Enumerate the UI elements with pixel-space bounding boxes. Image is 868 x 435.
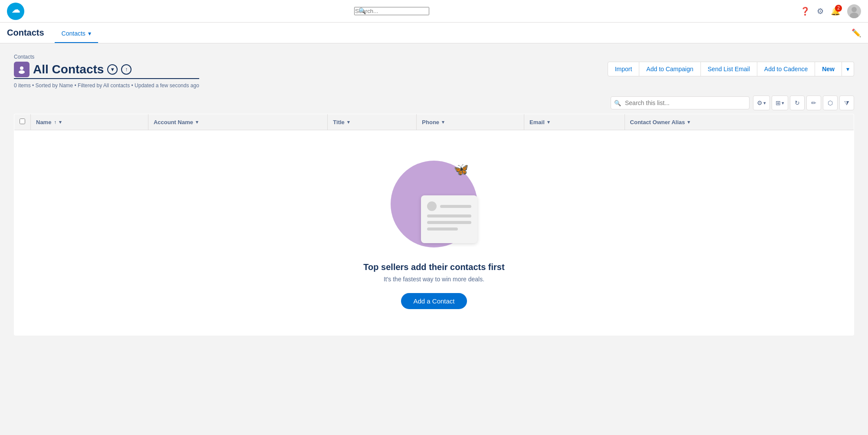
list-header: All Contacts ▾ ↑ 0 items • Sorted by Nam…	[14, 62, 854, 89]
empty-state-row: 🦋 Top sellers add their contacts first I…	[14, 130, 854, 336]
col-owner[interactable]: Contact Owner Alias ▾	[625, 114, 854, 130]
svg-point-5	[20, 66, 23, 70]
display-caret-icon: ▾	[782, 100, 784, 106]
edit-tab-icon[interactable]: ✏️	[852, 23, 861, 43]
chart-icon: ⬡	[828, 99, 833, 106]
pencil-icon: ✏	[811, 99, 816, 106]
empty-state: 🦋 Top sellers add their contacts first I…	[14, 130, 854, 335]
edit-columns-button[interactable]: ✏	[806, 96, 821, 110]
col-title-label: Title	[333, 119, 345, 125]
user-avatar[interactable]	[847, 4, 861, 18]
all-contacts-label: All Contacts	[33, 63, 104, 76]
page-title: Contacts	[7, 23, 51, 43]
empty-state-subtitle: It's the fastest way to win more deals.	[384, 276, 484, 283]
bulk-actions-button[interactable]: ⬡	[823, 96, 838, 110]
tab-nav: Contacts Contacts ▾ ✏️	[0, 23, 868, 43]
settings-caret-icon: ▾	[763, 100, 766, 106]
list-title-underline	[14, 78, 199, 79]
list-search-icon: 🔍	[614, 100, 621, 106]
sort-icon: ↑	[54, 119, 56, 125]
salesforce-logo[interactable]: ☁	[7, 3, 24, 20]
col-phone-caret-icon[interactable]: ▾	[442, 119, 444, 125]
search-icon: 🔍	[358, 7, 366, 14]
tab-caret-icon: ▾	[88, 30, 91, 37]
col-title[interactable]: Title ▾	[328, 114, 417, 130]
import-button[interactable]: Import	[608, 62, 640, 76]
gear-icon: ⚙	[817, 7, 824, 16]
table-header: Name ↑ ▾ Account Name ▾ Title ▾	[14, 114, 854, 130]
list-icon	[14, 62, 30, 77]
list-search-input[interactable]	[611, 96, 750, 109]
svg-point-3	[852, 7, 857, 12]
list-title-area: All Contacts ▾ ↑ 0 items • Sorted by Nam…	[14, 62, 199, 89]
tab-contacts-label: Contacts	[62, 30, 85, 37]
list-view-info-icon[interactable]: ↑	[121, 64, 132, 75]
card-line-2	[427, 214, 471, 218]
col-owner-label: Contact Owner Alias	[630, 119, 685, 125]
list-view-filter-icon[interactable]: ▾	[107, 64, 118, 75]
select-all-checkbox[interactable]	[20, 119, 25, 124]
notifications-button[interactable]: 🔔 2	[831, 7, 840, 16]
col-email-caret-icon[interactable]: ▾	[547, 119, 550, 125]
add-contact-button[interactable]: Add a Contact	[401, 293, 467, 309]
global-search[interactable]: 🔍	[354, 7, 514, 15]
list-meta: 0 items • Sorted by Name • Filtered by A…	[14, 82, 199, 89]
actions-dropdown-button[interactable]: ▾	[842, 62, 854, 76]
col-phone-label: Phone	[422, 119, 439, 125]
toolbar-row: 🔍 ⚙ ▾ ⊞ ▾ ↻ ✏ ⬡ ⧩	[14, 96, 854, 110]
display-options-button[interactable]: ⊞ ▾	[772, 96, 788, 110]
col-title-caret-icon[interactable]: ▾	[347, 119, 350, 125]
send-list-email-button[interactable]: Send List Email	[701, 62, 757, 76]
new-button[interactable]: New	[815, 62, 842, 76]
dropdown-caret-icon: ▾	[846, 66, 849, 72]
settings-button[interactable]: ⚙	[817, 7, 824, 16]
main-content: Contacts All Contacts ▾ ↑ 0 i	[0, 43, 868, 346]
contacts-table: Name ↑ ▾ Account Name ▾ Title ▾	[14, 114, 854, 336]
card-avatar-row	[427, 201, 471, 211]
top-nav: ☁ 🔍 ❓ ⚙ 🔔 2	[0, 0, 868, 23]
select-all-cell	[14, 114, 31, 130]
empty-state-title: Top sellers add their contacts first	[363, 262, 504, 272]
breadcrumb: Contacts	[14, 54, 854, 60]
filter-button[interactable]: ⧩	[839, 96, 854, 110]
col-email[interactable]: Email ▾	[524, 114, 625, 130]
grid-icon: ⊞	[776, 99, 781, 106]
col-phone[interactable]: Phone ▾	[417, 114, 524, 130]
help-icon: ❓	[800, 7, 810, 16]
list-view-title: All Contacts ▾ ↑	[33, 63, 132, 76]
top-nav-right: ❓ ⚙ 🔔 2	[800, 4, 861, 18]
col-account-name-caret-icon[interactable]: ▾	[196, 119, 198, 125]
settings-icon: ⚙	[757, 99, 763, 106]
card-line-4	[427, 227, 458, 231]
empty-illustration: 🦋	[386, 156, 482, 252]
card-avatar	[427, 201, 437, 211]
tab-contacts[interactable]: Contacts ▾	[55, 25, 98, 43]
notification-badge: 2	[835, 5, 842, 12]
col-account-name[interactable]: Account Name ▾	[148, 114, 327, 130]
add-to-cadence-button[interactable]: Add to Cadence	[757, 62, 815, 76]
butterfly-icon: 🦋	[454, 162, 469, 177]
settings-toolbar-button[interactable]: ⚙ ▾	[753, 96, 770, 110]
card-line-1	[440, 205, 471, 208]
col-email-label: Email	[529, 119, 545, 125]
empty-card	[421, 195, 477, 243]
col-owner-caret-icon[interactable]: ▾	[687, 119, 690, 125]
table-body: 🦋 Top sellers add their contacts first I…	[14, 130, 854, 336]
col-account-name-label: Account Name	[154, 119, 193, 125]
add-to-campaign-button[interactable]: Add to Campaign	[639, 62, 700, 76]
refresh-icon: ↻	[795, 99, 800, 106]
list-search[interactable]: 🔍	[611, 96, 750, 109]
col-name[interactable]: Name ↑ ▾	[31, 114, 148, 130]
svg-point-6	[19, 70, 25, 74]
refresh-button[interactable]: ↻	[790, 96, 805, 110]
col-name-caret-icon[interactable]: ▾	[59, 119, 62, 125]
help-button[interactable]: ❓	[800, 7, 810, 16]
col-name-label: Name	[36, 119, 51, 125]
svg-text:☁: ☁	[12, 5, 20, 14]
list-title-row: All Contacts ▾ ↑	[14, 62, 199, 77]
action-buttons: Import Add to Campaign Send List Email A…	[608, 62, 854, 76]
card-line-3	[427, 221, 471, 224]
filter-icon: ⧩	[844, 99, 849, 107]
